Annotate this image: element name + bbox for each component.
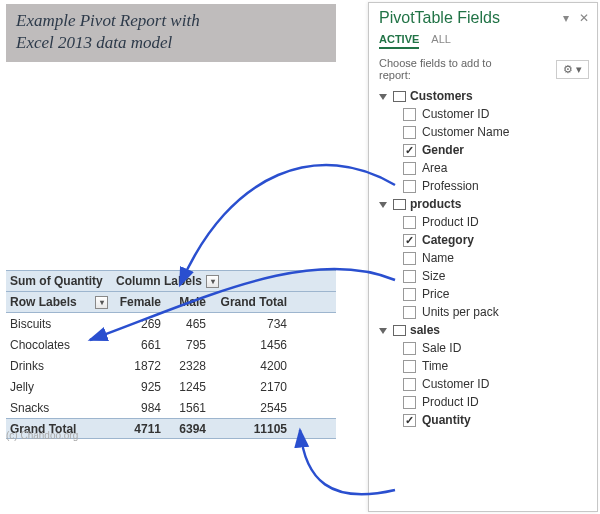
field-label: Units per pack [422,305,499,319]
field-label: Quantity [422,413,471,427]
table-name: Customers [410,89,473,103]
close-icon[interactable]: ✕ [579,11,589,25]
tab-active[interactable]: ACTIVE [379,31,419,49]
panel-title: PivotTable Fields [379,9,500,27]
table-row: Drinks187223284200 [6,355,336,376]
field-item[interactable]: Category [377,231,591,249]
checkbox-icon[interactable] [403,342,416,355]
panel-tabs: ACTIVE ALL [369,31,597,49]
layout-options-button[interactable]: ⚙▾ [556,60,589,79]
gear-icon: ⚙ [563,63,573,76]
field-label: Customer ID [422,107,489,121]
field-item[interactable]: Size [377,267,591,285]
field-label: Time [422,359,448,373]
cell-male: 2328 [167,356,212,376]
collapse-icon [379,94,387,100]
field-item[interactable]: Name [377,249,591,267]
checkbox-icon[interactable] [403,126,416,139]
cell-total: 2545 [212,398,297,418]
title-banner: Example Pivot Report with Excel 2013 dat… [6,4,336,62]
checkbox-icon[interactable] [403,396,416,409]
field-item[interactable]: Sale ID [377,339,591,357]
column-labels-cell[interactable]: Column Labels ▾ [112,271,223,291]
checkbox-icon[interactable] [403,360,416,373]
pivottable-fields-panel: PivotTable Fields ▾ ✕ ACTIVE ALL Choose … [368,2,598,512]
table-name: products [410,197,461,211]
checkbox-icon[interactable] [403,108,416,121]
cell-male: 1561 [167,398,212,418]
table-node-products[interactable]: products [377,195,591,213]
field-label: Gender [422,143,464,157]
row-label: Jelly [6,378,112,396]
table-icon [393,91,406,102]
checkbox-icon[interactable] [403,144,416,157]
field-label: Area [422,161,447,175]
field-item[interactable]: Customer ID [377,105,591,123]
field-item[interactable]: Time [377,357,591,375]
row-label: Drinks [6,357,112,375]
checkbox-icon[interactable] [403,162,416,175]
row-label: Biscuits [6,315,112,333]
cell-male: 795 [167,335,212,355]
field-label: Profession [422,179,479,193]
field-item[interactable]: Units per pack [377,303,591,321]
checkbox-icon[interactable] [403,270,416,283]
checkbox-icon[interactable] [403,252,416,265]
field-label: Name [422,251,454,265]
field-label: Size [422,269,445,283]
cell-female: 269 [112,314,167,334]
cell-total: 2170 [212,377,297,397]
checkbox-icon[interactable] [403,378,416,391]
column-labels-dropdown-icon[interactable]: ▾ [206,275,219,288]
field-tree: CustomersCustomer IDCustomer NameGenderA… [369,85,597,495]
field-label: Customer Name [422,125,509,139]
cell-female: 925 [112,377,167,397]
row-labels-dropdown-icon[interactable]: ▾ [95,296,108,309]
field-item[interactable]: Product ID [377,213,591,231]
cell-male: 465 [167,314,212,334]
tab-all[interactable]: ALL [431,31,451,49]
collapse-icon [379,202,387,208]
table-node-customers[interactable]: Customers [377,87,591,105]
field-label: Product ID [422,215,479,229]
banner-line1: Example Pivot Report with [16,10,326,32]
col-header-grand: Grand Total [212,292,297,312]
field-item[interactable]: Product ID [377,393,591,411]
table-row: Jelly92512452170 [6,376,336,397]
checkbox-icon[interactable] [403,306,416,319]
banner-line2: Excel 2013 data model [16,32,326,54]
field-item[interactable]: Price [377,285,591,303]
table-icon [393,199,406,210]
checkbox-icon[interactable] [403,216,416,229]
field-item[interactable]: Area [377,159,591,177]
pivot-column-headers: Row Labels ▾ Female Male Grand Total [6,292,336,313]
collapse-icon [379,328,387,334]
field-item[interactable]: Customer ID [377,375,591,393]
table-row: Snacks98415612545 [6,397,336,418]
cell-female: 661 [112,335,167,355]
table-row: Biscuits269465734 [6,313,336,334]
grand-male: 6394 [167,419,212,439]
field-item[interactable]: Gender [377,141,591,159]
chevron-down-icon: ▾ [576,63,582,76]
row-label: Chocolates [6,336,112,354]
field-item[interactable]: Customer Name [377,123,591,141]
pivot-table: Sum of Quantity Column Labels ▾ Row Labe… [6,270,336,439]
panel-subtitle: Choose fields to add to report: [379,57,509,81]
field-label: Customer ID [422,377,489,391]
cell-female: 1872 [112,356,167,376]
field-label: Category [422,233,474,247]
cell-female: 984 [112,398,167,418]
col-header-female: Female [112,292,167,312]
checkbox-icon[interactable] [403,234,416,247]
row-labels-cell[interactable]: Row Labels ▾ [6,292,112,312]
table-node-sales[interactable]: sales [377,321,591,339]
field-item[interactable]: Profession [377,177,591,195]
checkbox-icon[interactable] [403,288,416,301]
checkbox-icon[interactable] [403,414,416,427]
panel-dropdown-icon[interactable]: ▾ [563,11,569,25]
grand-total: 11105 [212,419,297,439]
field-label: Product ID [422,395,479,409]
checkbox-icon[interactable] [403,180,416,193]
field-item[interactable]: Quantity [377,411,591,429]
